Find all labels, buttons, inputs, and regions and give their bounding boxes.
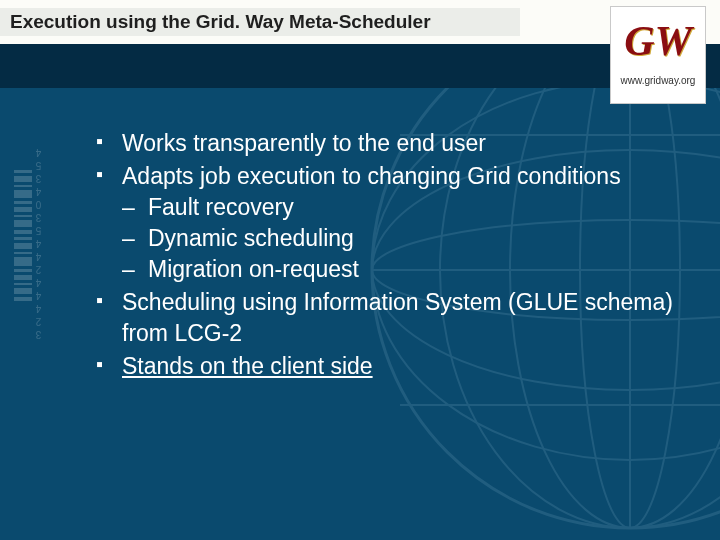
- sub-migration-text: Migration on-request: [148, 256, 359, 282]
- barcode-bars: [14, 170, 32, 340]
- slide-title: Execution using the Grid. Way Meta-Sched…: [10, 11, 431, 33]
- logo: GW www.gridway.org: [610, 6, 706, 104]
- slide: Execution using the Grid. Way Meta-Sched…: [0, 0, 720, 540]
- bullet-2: Adapts job execution to changing Grid co…: [96, 161, 676, 285]
- barcode-digits: 324442445304354: [33, 170, 44, 340]
- bullet-1: Works transparently to the end user: [96, 128, 676, 159]
- bullet-4-text: Stands on the client side: [122, 353, 373, 379]
- sub-migration: Migration on-request: [122, 254, 676, 285]
- title-strip: Execution using the Grid. Way Meta-Sched…: [0, 8, 520, 36]
- logo-monogram: GW: [620, 13, 696, 69]
- bullet-3-text: Scheduling using Information System (GLU…: [122, 289, 673, 346]
- logo-url: www.gridway.org: [621, 75, 696, 86]
- bullet-list: Works transparently to the end user Adap…: [96, 128, 676, 382]
- bullet-1-text: Works transparently to the end user: [122, 130, 486, 156]
- sub-fault: Fault recovery: [122, 192, 676, 223]
- bullet-4: Stands on the client side: [96, 351, 676, 382]
- sub-dynamic: Dynamic scheduling: [122, 223, 676, 254]
- bullet-2-text: Adapts job execution to changing Grid co…: [122, 163, 621, 189]
- bullet-3: Scheduling using Information System (GLU…: [96, 287, 676, 349]
- barcode-decoration: 324442445304354: [14, 170, 44, 340]
- sub-fault-text: Fault recovery: [148, 194, 294, 220]
- sub-dynamic-text: Dynamic scheduling: [148, 225, 354, 251]
- content-area: Works transparently to the end user Adap…: [96, 128, 676, 384]
